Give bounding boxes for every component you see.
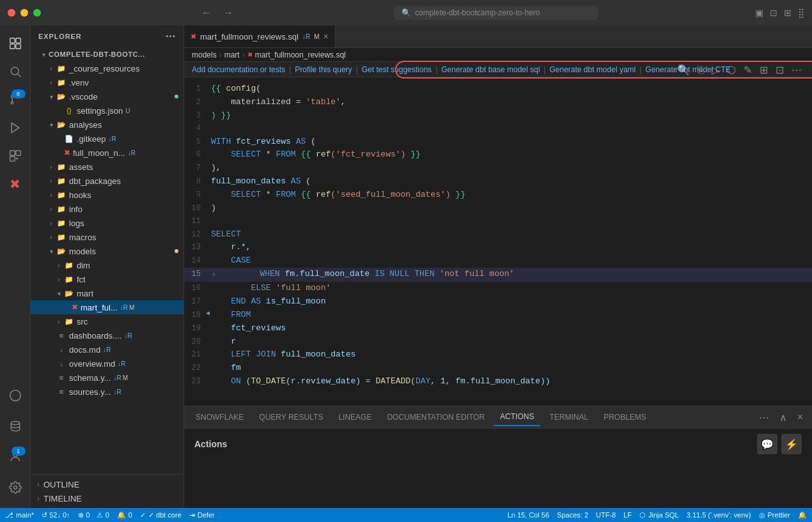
panel-tab-snowflake[interactable]: SNOWFLAKE xyxy=(189,409,250,426)
tree-root[interactable]: ▾ COMPLETE-DBT-BOOTC... xyxy=(31,47,183,61)
more-icon[interactable]: ⣿ xyxy=(798,8,804,18)
sidebar-item-settings-json[interactable]: {} settings.json U xyxy=(31,104,183,118)
source-control-activity-icon[interactable] xyxy=(3,87,28,112)
status-dbt[interactable]: ✓ ✓ dbt core xyxy=(140,511,182,519)
git-icon[interactable] xyxy=(3,383,28,408)
status-position[interactable]: Ln 15, Col 56 xyxy=(508,511,549,519)
panel-close-icon[interactable]: × xyxy=(793,410,807,424)
format-icon[interactable]: ✎ xyxy=(741,63,754,77)
extensions-activity-icon[interactable] xyxy=(3,143,28,169)
sidebar-item-mart-fullmoon[interactable]: ✖ mart_ful... ↓R M xyxy=(31,300,183,314)
sidebar-item-dashboards[interactable]: ≡ dashboards.... ↓R xyxy=(31,328,183,342)
panel-tab-terminal[interactable]: TERMINAL xyxy=(543,409,595,426)
add-line-button[interactable]: + xyxy=(211,268,220,282)
sidebar-item-analyses[interactable]: ▾ 📂 analyses xyxy=(31,118,183,132)
folder-icon: 📁 xyxy=(64,316,74,326)
sidebar-more-icon[interactable]: ··· xyxy=(166,31,176,42)
status-branch[interactable]: ⎇ main* xyxy=(5,511,34,519)
preview-icon[interactable]: ⬡ xyxy=(724,63,738,77)
maximize-window-button[interactable] xyxy=(33,9,41,17)
outline-section[interactable]: › OUTLINE xyxy=(31,477,183,491)
split-editor-icon[interactable]: ⊞ xyxy=(784,8,792,18)
sidebar-item-assets[interactable]: › 📁 assets xyxy=(31,160,183,174)
action-btn-2[interactable]: ⚡ xyxy=(781,434,802,454)
title-search-bar[interactable]: 🔍 complete-dbt-bootcamp-zero-to-hero xyxy=(394,6,598,20)
sidebar-item-hooks[interactable]: › 📁 hooks xyxy=(31,188,183,202)
settings-icon[interactable] xyxy=(3,475,28,500)
sidebar-item-full-moon[interactable]: ✖ full_moon_n... ↓R xyxy=(31,146,183,160)
status-errors[interactable]: ⊗ 0 ⚠ 0 xyxy=(78,511,109,519)
close-panel-icon[interactable]: ⊡ xyxy=(773,63,786,77)
sidebar-item-overview-md[interactable]: ↓ overview.md ↓R xyxy=(31,357,183,371)
sidebar-item-venv[interactable]: › 📁 .venv xyxy=(31,75,183,89)
action-profile-query-link[interactable]: Profile this query xyxy=(295,65,352,74)
more-actions-icon[interactable]: ⋯ xyxy=(789,63,804,77)
status-prettier[interactable]: ◎ Prettier xyxy=(759,511,790,519)
breadcrumb-mart[interactable]: mart xyxy=(224,50,240,59)
panel-tab-query-results[interactable]: QUERY RESULTS xyxy=(253,409,329,426)
sidebar-item-docs-md[interactable]: ↓ docs.md ↓R xyxy=(31,342,183,357)
action-btn-1[interactable]: 💬 xyxy=(757,434,777,454)
sidebar-item-info[interactable]: › 📁 info xyxy=(31,202,183,216)
search-editor-icon[interactable]: 🔍 xyxy=(675,63,692,77)
code-editor[interactable]: 1 {{ config( 2 materialized = 'table', 3… xyxy=(184,77,812,406)
sidebar-item-src[interactable]: › 📁 src xyxy=(31,314,183,328)
sidebar-item-schema-yaml[interactable]: ≡ schema.y... ↓R M xyxy=(31,371,183,385)
panel-minimize-icon[interactable]: ∧ xyxy=(776,410,791,425)
sidebar-item-vscode[interactable]: ▾ 📂 .vscode xyxy=(31,89,183,104)
status-notifications[interactable]: 🔔 0 xyxy=(117,511,132,519)
sidebar-item-gitkeep[interactable]: 📄 .gitkeep ↓R xyxy=(31,132,183,146)
action-generate-model-yaml-link[interactable]: Generate dbt model yaml xyxy=(549,65,636,74)
timeline-section[interactable]: › TIMELINE xyxy=(31,491,183,505)
layout-icon[interactable]: ▣ xyxy=(755,8,763,18)
split-right-icon[interactable]: ⎘ xyxy=(695,63,707,77)
action-test-suggestions-link[interactable]: Get test suggestions xyxy=(362,65,432,74)
panel-tab-actions[interactable]: ACTIONS xyxy=(494,408,540,426)
run-debug-activity-icon[interactable] xyxy=(3,115,28,141)
explorer-activity-icon[interactable] xyxy=(3,31,28,56)
chevron-right-icon: › xyxy=(46,63,56,73)
action-generate-base-model-link[interactable]: Generate dbt base model sql xyxy=(441,65,540,74)
minimize-window-button[interactable] xyxy=(20,9,28,17)
status-encoding[interactable]: UTF-8 xyxy=(596,511,616,519)
search-activity-icon[interactable] xyxy=(3,59,28,84)
panel-more-icon[interactable]: ⋯ xyxy=(755,410,773,425)
status-spaces[interactable]: Spaces: 2 xyxy=(557,511,588,519)
account-icon[interactable] xyxy=(3,444,28,470)
action-add-docs-link[interactable]: Add documentation or tests xyxy=(192,65,285,74)
panel-tab-documentation-editor[interactable]: DOCUMENTATION EDITOR xyxy=(380,409,491,426)
nav-back-button[interactable]: ← xyxy=(198,6,215,20)
sidebar-item-dbt-packages[interactable]: › 📁 dbt_packages xyxy=(31,174,183,188)
sidebar-item-logs[interactable]: › 📁 logs xyxy=(31,216,183,230)
svg-point-4 xyxy=(11,67,19,75)
sidebar-item-macros[interactable]: › 📁 macros xyxy=(31,230,183,244)
toggle-panel-icon[interactable]: ⊞ xyxy=(757,63,770,77)
breadcrumb-models[interactable]: models xyxy=(192,50,217,59)
database-icon[interactable] xyxy=(3,413,28,439)
code-line-5: 5 WITH fct_reviews AS ( xyxy=(184,135,812,149)
nav-forward-button[interactable]: → xyxy=(219,6,237,20)
editor-layout-icon[interactable]: ⊡ xyxy=(770,8,777,18)
status-language[interactable]: ⬡ Jinja SQL xyxy=(639,511,679,519)
panel-tab-problems[interactable]: PROBLEMS xyxy=(597,409,653,426)
panel-tab-lineage[interactable]: LINEAGE xyxy=(332,409,378,426)
status-python-version[interactable]: 3.11.5 ('.venv': venv) xyxy=(687,511,751,519)
run-query-icon[interactable]: ▷ xyxy=(709,63,722,77)
sidebar-item-course-resources[interactable]: › 📁 _course_resources xyxy=(31,61,183,75)
sidebar-item-sources-yaml[interactable]: ≡ sources.y... ↓R xyxy=(31,385,183,399)
breadcrumb-file[interactable]: mart_fullmoon_reviews.sql xyxy=(255,50,346,59)
sidebar-item-mart[interactable]: ▾ 📂 mart xyxy=(31,286,183,300)
dbt-activity-icon[interactable]: ✖ xyxy=(3,171,28,197)
sidebar-item-models[interactable]: ▾ 📂 models xyxy=(31,244,183,258)
tab-close-button[interactable]: × xyxy=(323,32,328,41)
status-sync[interactable]: ↺ 52↓ 0↑ xyxy=(42,511,70,519)
sidebar-item-dim[interactable]: › 📁 dim xyxy=(31,258,183,272)
status-bell[interactable]: 🔔 xyxy=(798,511,807,519)
status-defer[interactable]: ⇥ Defer xyxy=(189,511,215,519)
chevron-right-icon: › xyxy=(46,162,56,172)
active-tab[interactable]: ✖ mart_fullmoon_reviews.sql ↓R M × xyxy=(184,26,336,47)
status-line-ending[interactable]: LF xyxy=(623,511,632,519)
close-window-button[interactable] xyxy=(8,9,15,17)
sidebar-item-fct[interactable]: › 📁 fct xyxy=(31,272,183,286)
code-line-9: 9 SELECT * FROM {{ ref('seed_full_moon_d… xyxy=(184,188,812,202)
